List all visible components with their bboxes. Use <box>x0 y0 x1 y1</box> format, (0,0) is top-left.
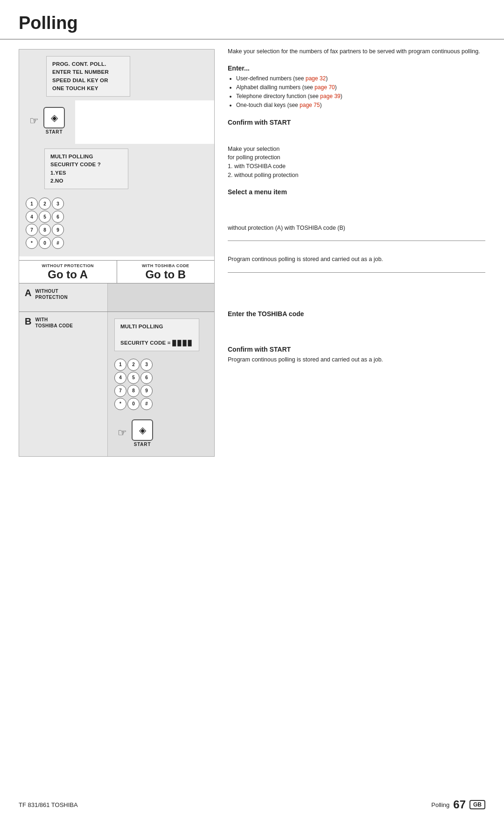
goto-b-cell: WITH TOSHIBA CODE Go to B <box>117 261 215 283</box>
enter-heading: Enter... <box>228 64 485 72</box>
section-b-block: B WITH TOSHIBA CODE MULTI POLLING <box>19 311 214 456</box>
footer-right: Polling 67 GB <box>431 798 485 811</box>
bullet-4: One-touch dial keys (see page 75) <box>236 101 485 110</box>
start-button[interactable]: ◈ <box>43 107 65 128</box>
key-3[interactable]: 3 <box>52 198 64 210</box>
description-column: Make your selection for the numbers of f… <box>215 45 485 457</box>
section-b-tag: B WITH TOSHIBA CODE <box>19 312 108 456</box>
goto-a-cell: WITHOUT PROTECTION Go to A <box>19 261 117 283</box>
key-4[interactable]: 4 <box>26 211 38 223</box>
section-a-tag: A WITHOUT PROTECTION <box>19 283 108 311</box>
without-protection-note: without protection (A) with TOSHIBA code… <box>228 224 485 233</box>
with-toshiba-label: WITH TOSHIBA CODE <box>119 263 213 268</box>
start-label-b: START <box>134 442 151 447</box>
hand-icon: ☞ <box>29 115 39 127</box>
confirm-start-desc: Confirm with START <box>228 119 485 126</box>
key-9[interactable]: 9 <box>52 224 64 236</box>
start-label: START <box>46 129 63 134</box>
section-a-block: A WITHOUT PROTECTION <box>19 283 214 311</box>
footer-left: TF 831/861 TOSHIBA <box>19 801 78 808</box>
section-a-sub1: WITHOUT <box>35 288 68 294</box>
select-menu-intro: Make your selectionfor polling protectio… <box>228 145 485 180</box>
divider-1 <box>228 241 485 241</box>
bullet-1: User-defined numbers (see page 32) <box>236 74 485 83</box>
section-a-desc-text: Program continous polling is stored and … <box>228 255 485 264</box>
menu-box-row: MULTI POLLING SECURITY CODE ? 1.YES 2.NO <box>19 144 214 191</box>
goto-a-label: Go to A <box>21 268 115 281</box>
keypad: 1 2 3 4 5 6 7 8 9 * 0 # <box>26 198 64 249</box>
key-5[interactable]: 5 <box>39 211 51 223</box>
section-b-sub2: TOSHIBA CODE <box>35 323 73 329</box>
section-a-letter: A <box>25 288 31 297</box>
security-menu-box: MULTI POLLING SECURITY CODE ? 1.YES 2.NO <box>44 149 128 189</box>
page-title: Polling <box>0 0 504 40</box>
diagram-column: PROG. CONT. POLL. ENTER TEL NUMBER SPEED… <box>19 45 215 457</box>
key-0[interactable]: 0 <box>39 237 51 249</box>
key-8[interactable]: 8 <box>39 224 51 236</box>
key-7[interactable]: 7 <box>26 224 38 236</box>
keypad-b: 1 2 3 4 5 6 7 8 9 * 0 # <box>114 359 153 410</box>
footer-page: 67 <box>453 798 466 811</box>
confirm-start-heading: Confirm with START <box>228 119 485 126</box>
prog-poll-box: PROG. CONT. POLL. ENTER TEL NUMBER SPEED… <box>46 56 130 97</box>
section-b-desc-text: Program continous polling is stored and … <box>228 355 485 364</box>
protection-note: without protection (A) with TOSHIBA code… <box>228 224 485 233</box>
confirm-start-b-desc: Confirm with START Program continous pol… <box>228 346 485 364</box>
section-b-desc-items: Enter the TOSHIBA code <box>228 310 485 318</box>
confirm-start-b-heading: Confirm with START <box>228 346 485 353</box>
intro-text: Make your selection for the numbers of f… <box>228 47 485 56</box>
section-b-diagram: MULTI POLLING SECURITY CODE = ████ 1 2 3 <box>108 312 214 456</box>
enter-toshiba-heading: Enter the TOSHIBA code <box>228 310 485 318</box>
intro-desc: Make your selection for the numbers of f… <box>228 47 485 56</box>
enter-bullets-list: User-defined numbers (see page 32) Alpha… <box>228 74 485 110</box>
divider-2 <box>228 272 485 273</box>
key-hash[interactable]: # <box>52 237 64 249</box>
goto-row: WITHOUT PROTECTION Go to A WITH TOSHIBA … <box>19 260 214 283</box>
section-b-sub1: WITH <box>35 317 73 323</box>
key-2[interactable]: 2 <box>39 198 51 210</box>
goto-b-label: Go to B <box>119 268 213 281</box>
select-menu-desc: Make your selectionfor polling protectio… <box>228 145 485 180</box>
key-6[interactable]: 6 <box>52 211 64 223</box>
footer-badge: GB <box>469 800 485 809</box>
start-button-b[interactable]: ◈ <box>132 419 153 441</box>
footer-section: Polling <box>431 801 449 808</box>
bullet-3: Telephone directory function (see page 3… <box>236 92 485 101</box>
key-star[interactable]: * <box>26 237 38 249</box>
section-a-desc: Program continous polling is stored and … <box>228 255 485 264</box>
without-protection-label: WITHOUT PROTECTION <box>21 263 115 268</box>
select-menu-heading-item: Select a menu item <box>228 188 485 196</box>
hand-icon-b: ☞ <box>118 427 127 439</box>
select-menu-heading: Select a menu item <box>228 188 485 196</box>
enter-desc: Enter... User-defined numbers (see page … <box>228 64 485 110</box>
keypad-row: 1 2 3 4 5 6 7 8 9 * 0 # <box>19 191 214 256</box>
security-code-b-box: MULTI POLLING SECURITY CODE = ████ <box>114 318 199 351</box>
section-a-sub2: PROTECTION <box>35 294 68 300</box>
bullet-2: Alphabet dialling numbers (see page 70) <box>236 83 485 92</box>
section-b-letter: B <box>25 317 31 326</box>
key-1[interactable]: 1 <box>26 198 38 210</box>
footer: TF 831/861 TOSHIBA Polling 67 GB <box>0 798 504 811</box>
